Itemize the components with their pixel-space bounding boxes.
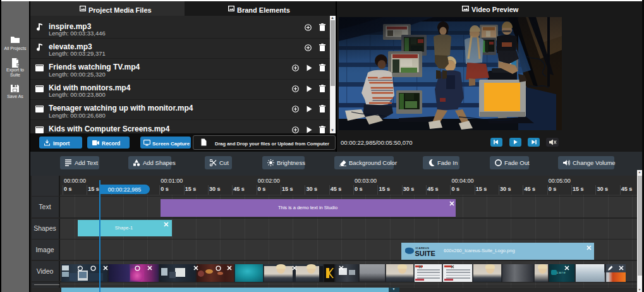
svg-text:SUITE: SUITE [415,250,435,257]
